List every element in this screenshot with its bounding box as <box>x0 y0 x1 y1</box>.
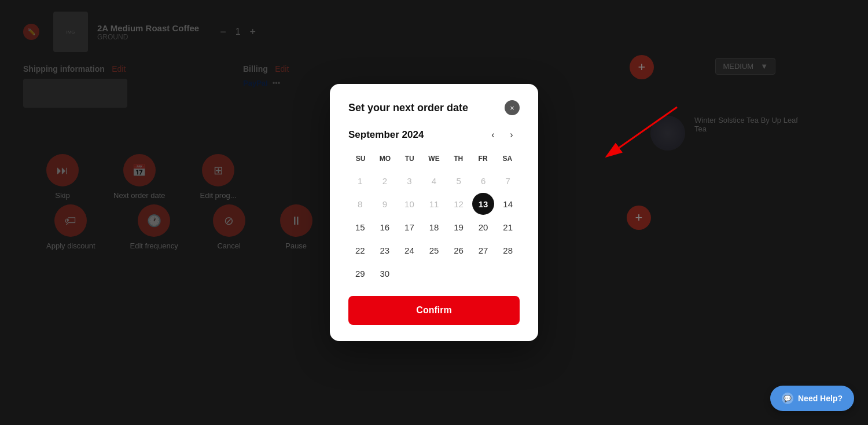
calendar-day[interactable]: 24 <box>398 239 420 261</box>
calendar-days: 1234567891011121314151617181920212223242… <box>348 170 520 284</box>
calendar-nav: September 2024 ‹ › <box>348 127 520 143</box>
calendar-day[interactable]: 26 <box>448 239 470 261</box>
calendar-day[interactable]: 18 <box>423 216 445 238</box>
calendar-day[interactable]: 28 <box>497 239 519 261</box>
calendar-day[interactable]: 20 <box>472 216 494 238</box>
calendar-day[interactable]: 29 <box>349 262 371 284</box>
calendar-day[interactable]: 2 <box>374 170 396 192</box>
calendar-day[interactable]: 5 <box>448 170 470 192</box>
day-header-su: SU <box>348 152 373 165</box>
calendar-day[interactable]: 15 <box>349 216 371 238</box>
calendar-day[interactable]: 27 <box>472 239 494 261</box>
calendar-day[interactable]: 3 <box>398 170 420 192</box>
need-help-button[interactable]: 💬 Need Help? <box>770 386 854 411</box>
calendar-day[interactable]: 7 <box>497 170 519 192</box>
calendar-day[interactable]: 17 <box>398 216 420 238</box>
chat-icon: 💬 <box>782 393 793 404</box>
calendar-day[interactable]: 12 <box>448 193 470 215</box>
date-picker-modal: Set your next order date × September 202… <box>330 84 538 341</box>
prev-month-button[interactable]: ‹ <box>485 127 501 143</box>
day-header-we: WE <box>422 152 446 165</box>
calendar-day[interactable]: 11 <box>423 193 445 215</box>
calendar-day[interactable]: 21 <box>497 216 519 238</box>
need-help-label: Need Help? <box>798 394 843 403</box>
month-year-label: September 2024 <box>348 129 424 141</box>
calendar-day[interactable]: 30 <box>374 262 396 284</box>
calendar-day[interactable] <box>472 262 494 284</box>
close-modal-button[interactable]: × <box>505 100 520 115</box>
calendar-day[interactable]: 4 <box>423 170 445 192</box>
calendar-day[interactable]: 9 <box>374 193 396 215</box>
calendar-day[interactable]: 23 <box>374 239 396 261</box>
calendar-day[interactable]: 13 <box>472 193 494 215</box>
calendar-day[interactable] <box>398 262 420 284</box>
day-header-fr: FR <box>470 152 495 165</box>
confirm-button[interactable]: Confirm <box>348 296 520 325</box>
nav-buttons: ‹ › <box>485 127 520 143</box>
modal-title: Set your next order date <box>348 102 468 114</box>
day-header-sa: SA <box>495 152 520 165</box>
calendar-day[interactable] <box>448 262 470 284</box>
calendar-day[interactable]: 6 <box>472 170 494 192</box>
calendar-days-header: SU MO TU WE TH FR SA <box>348 152 520 165</box>
day-header-mo: MO <box>373 152 397 165</box>
modal-header: Set your next order date × <box>348 100 520 115</box>
calendar-day[interactable] <box>423 262 445 284</box>
day-header-tu: TU <box>398 152 422 165</box>
calendar-day[interactable]: 1 <box>349 170 371 192</box>
calendar-day[interactable]: 14 <box>497 193 519 215</box>
calendar-day[interactable]: 19 <box>448 216 470 238</box>
calendar-day[interactable]: 22 <box>349 239 371 261</box>
next-month-button[interactable]: › <box>503 127 520 143</box>
calendar-day[interactable]: 16 <box>374 216 396 238</box>
calendar-day[interactable]: 25 <box>423 239 445 261</box>
calendar-day[interactable]: 10 <box>398 193 420 215</box>
calendar-day[interactable] <box>497 262 519 284</box>
close-icon: × <box>510 104 514 112</box>
calendar-grid: SU MO TU WE TH FR SA 1234567891011121314… <box>348 152 520 284</box>
day-header-th: TH <box>446 152 470 165</box>
calendar-day[interactable]: 8 <box>349 193 371 215</box>
